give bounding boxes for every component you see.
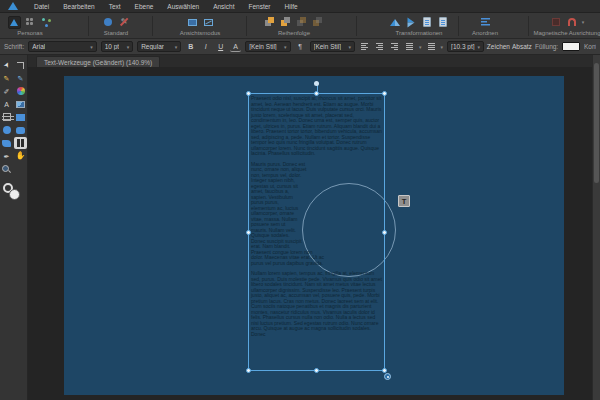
paragraph-style-select[interactable]: [Kein Stil]▾ — [310, 41, 355, 52]
zoom-tool[interactable] — [0, 163, 13, 175]
menu-datei[interactable]: Datei — [34, 3, 49, 10]
resize-handle-top-center[interactable] — [314, 91, 319, 96]
scrollbar-thumb[interactable] — [594, 63, 599, 183]
edit-locked-icon[interactable]: ✎ — [118, 16, 131, 29]
menu-auswaehlen[interactable]: Auswählen — [167, 3, 199, 10]
document-tab-bar: Text-Werkzeuge (Geändert) (140.9%) — [28, 55, 600, 67]
flip-horizontal-icon[interactable] — [389, 16, 402, 29]
personas-group-label: Personas — [17, 30, 42, 37]
order-group: Reihenfolge — [262, 13, 326, 39]
text-color-button[interactable]: A — [230, 42, 241, 52]
align-left-button[interactable] — [359, 41, 370, 52]
text-flow-link-handle[interactable] — [384, 373, 391, 380]
send-to-back-icon[interactable] — [312, 16, 325, 29]
document-canvas[interactable]: Praesent odio nisl, suscipit at, rhoncus… — [28, 67, 600, 400]
rectangle-tool[interactable] — [14, 111, 27, 123]
rounded-rectangle-tool[interactable] — [14, 124, 27, 136]
hand-tool[interactable]: ✋ — [14, 150, 27, 162]
stepper-icon: ▾ — [478, 44, 481, 50]
rotate-right-icon[interactable] — [437, 16, 450, 29]
picture-frame-tool[interactable] — [14, 98, 27, 110]
move-tool[interactable]: ➤ — [0, 59, 13, 71]
rotate-left-icon[interactable] — [421, 16, 434, 29]
font-size-select[interactable]: 10 pt▾ — [101, 41, 133, 52]
text-frame-badge[interactable]: T — [398, 195, 410, 207]
font-family-select[interactable]: Arial▾ — [28, 41, 96, 52]
characters-panel-button[interactable]: Zeichen — [488, 41, 509, 52]
menu-hilfe[interactable]: Hilfe — [285, 3, 298, 10]
app-logo-icon[interactable] — [8, 2, 18, 10]
crop-tool[interactable] — [0, 111, 13, 123]
pen-tool[interactable]: ✎ — [0, 72, 13, 84]
paragraph-panel-button[interactable]: Absatz — [513, 41, 531, 52]
menu-fenster[interactable]: Fenster — [249, 3, 271, 10]
send-backward-icon[interactable] — [280, 16, 293, 29]
standard-group-label: Standard — [104, 30, 128, 37]
pixel-alignment-icon[interactable] — [550, 16, 563, 29]
menu-bar: Datei Bearbeiten Text Ebene Auswählen An… — [0, 0, 600, 13]
font-style-select[interactable]: Regular▾ — [137, 41, 181, 52]
personas-group: Personas — [2, 13, 58, 39]
main-toolbar: Personas ✎ Standard Ansichtsmodus — [0, 13, 600, 39]
baseline-grid-button[interactable] — [426, 41, 437, 52]
resize-handle-bottom-left[interactable] — [246, 368, 251, 373]
bring-forward-icon[interactable] — [264, 16, 277, 29]
flip-vertical-icon[interactable] — [405, 16, 418, 29]
document-tab[interactable]: Text-Werkzeuge (Geändert) (140.9%) — [36, 56, 160, 67]
resize-handle-middle-right[interactable] — [382, 230, 387, 235]
alignment-dropdown-icon[interactable]: ▾ — [419, 44, 422, 50]
outline-mode-icon[interactable] — [202, 16, 215, 29]
chevron-down-icon: ▾ — [349, 44, 352, 50]
frame-handle-tool[interactable] — [14, 59, 27, 71]
font-family-value: Arial — [32, 43, 45, 50]
bring-to-front-icon[interactable] — [296, 16, 309, 29]
artistic-text-tool[interactable]: A — [0, 98, 13, 110]
menu-ansicht[interactable]: Ansicht — [213, 3, 234, 10]
baseline-dropdown-icon[interactable]: ▾ — [441, 44, 444, 50]
text-frame-tool[interactable] — [14, 137, 27, 149]
italic-button[interactable]: I — [200, 41, 211, 52]
publisher-persona-icon[interactable] — [8, 16, 21, 29]
snapping-group: ▾ Magnetische Ausrichtung — [534, 13, 600, 39]
fill-stroke-swatches[interactable] — [0, 182, 26, 202]
color-picker-tool[interactable]: ✒ — [0, 150, 13, 162]
snapping-magnet-icon[interactable] — [566, 16, 579, 29]
align-right-button[interactable] — [389, 41, 400, 52]
underline-button[interactable]: U — [215, 41, 226, 52]
resize-handle-top-right[interactable] — [382, 91, 387, 96]
designer-persona-icon[interactable] — [40, 16, 53, 29]
preview-mode-icon[interactable] — [186, 16, 199, 29]
text-wrap-spacer — [299, 162, 382, 258]
preflight-icon[interactable] — [102, 16, 115, 29]
character-style-select[interactable]: [Kein Stil]▾ — [245, 41, 290, 52]
rotation-handle[interactable] — [314, 81, 319, 86]
transform-group-label: Transformationen — [396, 30, 443, 37]
menu-ebene[interactable]: Ebene — [135, 3, 154, 10]
arrange-icon[interactable] — [479, 16, 492, 29]
align-justify-button[interactable] — [404, 41, 415, 52]
resize-handle-top-left[interactable] — [246, 91, 251, 96]
snapping-dropdown-icon[interactable]: ▾ — [582, 19, 585, 25]
toolbar-separator — [528, 16, 529, 36]
leading-stepper[interactable]: [10.3 pt]▾ — [447, 41, 484, 52]
resize-handle-bottom-center[interactable] — [314, 368, 319, 373]
vector-brush-tool[interactable]: ✎ — [14, 72, 27, 84]
bold-button[interactable]: B — [185, 41, 196, 52]
paint-brush-tool[interactable]: ✐ — [0, 85, 13, 97]
shape-tool[interactable] — [0, 137, 13, 149]
color-wheel-tool[interactable] — [14, 85, 27, 97]
vertical-scrollbar[interactable] — [592, 55, 600, 400]
align-center-button[interactable] — [374, 41, 385, 52]
pilcrow-icon[interactable]: ¶ — [295, 41, 306, 52]
fill-swatch-icon[interactable] — [9, 189, 20, 200]
resize-handle-middle-left[interactable] — [246, 230, 251, 235]
menu-bearbeiten[interactable]: Bearbeiten — [63, 3, 94, 10]
snapping-group-label: Magnetische Ausrichtung — [533, 30, 600, 37]
selected-text-frame[interactable]: Praesent odio nisl, suscipit at, rhoncus… — [248, 93, 385, 371]
toolbar-separator — [458, 16, 459, 36]
ellipse-tool[interactable] — [0, 124, 13, 136]
photo-persona-icon[interactable] — [24, 16, 37, 29]
fill-color-swatch[interactable] — [562, 42, 580, 51]
menu-text[interactable]: Text — [109, 3, 121, 10]
paragraph: Praesent odio nisl, suscipit at, rhoncus… — [251, 96, 382, 157]
